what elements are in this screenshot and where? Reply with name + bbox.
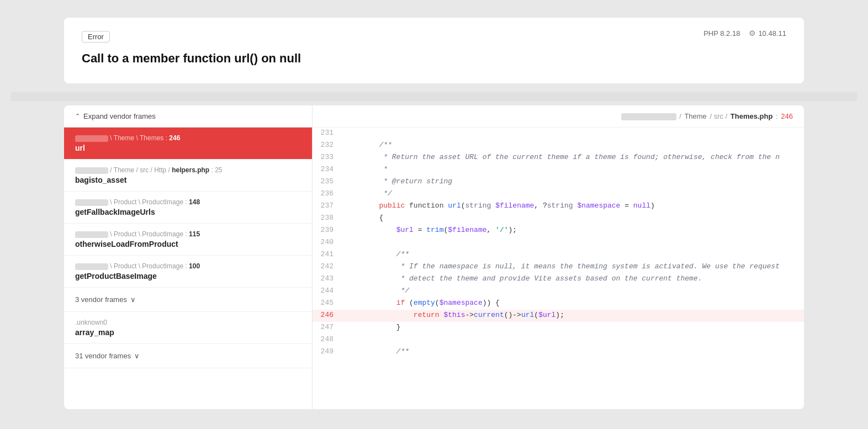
method-name-0: url (75, 144, 301, 152)
file-path-unknown: .unknown0 (75, 319, 301, 326)
file-path-2: \ Product \ ProductImage : 148 (75, 198, 301, 206)
code-line-239: 239 $url = trim($filename, '/'); (313, 225, 804, 237)
path-theme: Theme (684, 112, 706, 120)
line-num-234: 234 (313, 164, 340, 176)
line-num-236: 236 (313, 188, 340, 200)
stack-item-1[interactable]: / Theme / src / Http / helpers.php : 25 … (64, 160, 312, 192)
namespace-blur-3 (75, 231, 108, 238)
line-num-246: 246 (313, 310, 340, 322)
code-line-236: 236 */ (313, 188, 804, 200)
code-line-240: 240 (313, 237, 804, 249)
namespace-blur-1 (75, 167, 108, 174)
line-num-247: 247 (313, 322, 340, 334)
line-content-239: $url = trim($filename, '/'); (340, 225, 804, 237)
method-name-1: bagisto_asset (75, 176, 301, 184)
code-line-242: 242 * If the namespace is null, it means… (313, 261, 804, 273)
line-num-238: 238 (313, 213, 340, 225)
code-line-237: 237 public function url(string $filename… (313, 200, 804, 213)
line-content-245: if (empty($namespace)) { (340, 298, 804, 310)
line-content-247: } (340, 322, 804, 334)
path-blur (621, 113, 676, 120)
line-content-237: public function url(string $filename, ?s… (340, 200, 804, 213)
line-content-240 (340, 237, 804, 249)
stack-item-2[interactable]: \ Product \ ProductImage : 148 getFallba… (64, 192, 312, 224)
stack-item-3[interactable]: \ Product \ ProductImage : 115 otherwise… (64, 224, 312, 256)
chevron-down-icon-2: ∨ (134, 352, 140, 360)
line-content-243: * detect the theme and provide Vite asse… (340, 273, 804, 285)
expand-vendor-label: Expand vendor frames (83, 112, 156, 120)
file-path-1: / Theme / src / Http / helpers.php : 25 (75, 166, 301, 174)
namespace-blur-0 (75, 135, 108, 142)
error-badge: Error (82, 31, 110, 43)
ignition-version: ⚙ 10.48.11 (749, 29, 786, 38)
line-content-241: /** (340, 249, 804, 261)
line-num-241: 241 (313, 249, 340, 261)
code-line-234: 234 * (313, 164, 804, 176)
code-view-panel: / Theme / src / Themes.php : 246 231 232… (313, 105, 804, 409)
vendor-frames-button-2[interactable]: 31 vendor frames ∨ (64, 344, 312, 368)
line-content-232: /** (340, 140, 804, 152)
stack-item-0[interactable]: \ Theme \ Themes : 246 url (64, 128, 312, 160)
file-path-4: \ Product \ ProductImage : 100 (75, 262, 301, 270)
expand-vendor-button[interactable]: ⌃ Expand vendor frames (64, 105, 312, 128)
vendor-frames-label-2: 31 vendor frames (75, 352, 131, 360)
code-file-path: / Theme / src / Themes.php : 246 (313, 105, 804, 128)
path-filename: Themes.php (731, 112, 773, 120)
line-num-239: 239 (313, 225, 340, 237)
code-line-235: 235 * @return string (313, 176, 804, 188)
code-line-245: 245 if (empty($namespace)) { (313, 298, 804, 310)
vendor-frames-button-1[interactable]: 3 vendor frames ∨ (64, 288, 312, 312)
line-num-249: 249 (313, 346, 340, 358)
line-num-248: 248 (313, 334, 340, 346)
method-name-3: otherwiseLoadFromProduct (75, 240, 301, 248)
line-num-231: 231 (313, 128, 340, 140)
line-num-233: 233 (313, 152, 340, 164)
code-view: 231 232 /** 233 * Return the asset URL o… (313, 128, 804, 409)
namespace-blur-4 (75, 263, 108, 270)
line-content-236: */ (340, 188, 804, 200)
line-content-242: * If the namespace is null, it means the… (340, 261, 804, 273)
code-line-247: 247 } (313, 322, 804, 334)
main-container: ⌃ Expand vendor frames \ Theme \ Themes … (64, 105, 804, 409)
line-content-246: return $this->current()->url($url); (340, 310, 804, 322)
error-meta: PHP 8.2.18 ⚙ 10.48.11 (703, 29, 786, 38)
separator (11, 92, 857, 101)
line-num-235: 235 (313, 176, 340, 188)
code-line-248: 248 (313, 334, 804, 346)
line-content-238: { (340, 213, 804, 225)
line-content-249: /** (340, 346, 804, 358)
chevron-down-icon-1: ∨ (130, 295, 136, 304)
method-name-unknown: array_map (75, 328, 301, 337)
code-line-238: 238 { (313, 213, 804, 225)
file-path-3: \ Product \ ProductImage : 115 (75, 230, 301, 238)
vendor-frames-label-1: 3 vendor frames (75, 295, 127, 304)
chevron-icon: ⌃ (75, 113, 80, 120)
code-line-241: 241 /** (313, 249, 804, 261)
line-content-231 (340, 128, 804, 140)
path-line: 246 (781, 112, 793, 120)
line-content-244: */ (340, 285, 804, 298)
line-num-242: 242 (313, 261, 340, 273)
line-num-240: 240 (313, 237, 340, 249)
stack-item-unknown[interactable]: .unknown0 array_map (64, 312, 312, 344)
spacer (11, 101, 857, 105)
method-name-4: getProductBaseImage (75, 272, 301, 280)
file-path-0: \ Theme \ Themes : 246 (75, 134, 301, 142)
line-num-243: 243 (313, 273, 340, 285)
code-line-249: 249 /** (313, 346, 804, 358)
line-content-233: * Return the asset URL of the current th… (340, 152, 804, 164)
line-num-245: 245 (313, 298, 340, 310)
stack-item-4[interactable]: \ Product \ ProductImage : 100 getProduc… (64, 256, 312, 288)
code-line-233: 233 * Return the asset URL of the curren… (313, 152, 804, 164)
code-line-232: 232 /** (313, 140, 804, 152)
code-line-231: 231 (313, 128, 804, 140)
php-version: PHP 8.2.18 (703, 29, 740, 38)
stack-trace-panel: ⌃ Expand vendor frames \ Theme \ Themes … (64, 105, 313, 409)
code-line-244: 244 */ (313, 285, 804, 298)
line-content-248 (340, 334, 804, 346)
method-name-2: getFallbackImageUrls (75, 208, 301, 216)
code-line-243: 243 * detect the theme and provide Vite … (313, 273, 804, 285)
line-num-244: 244 (313, 285, 340, 298)
line-num-237: 237 (313, 200, 340, 213)
ignition-icon: ⚙ (749, 29, 756, 38)
